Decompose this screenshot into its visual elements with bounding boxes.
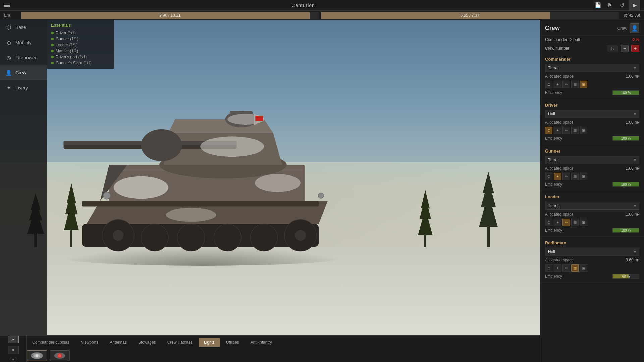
radioman-icon-4[interactable]: ▣ [580,264,587,272]
essentials-dot-4 [51,56,54,58]
gunner-position-wrapper: TurretHull ▼ [540,155,644,165]
gunner-position-select[interactable]: TurretHull [545,156,639,164]
sidebar-item-crew[interactable]: 👤 Crew [0,65,47,80]
radioman-icon-2[interactable]: ✏ [562,264,570,272]
crew-panel-title: Crew [545,25,560,32]
sidebar-item-livery[interactable]: ✦ Livery [0,80,47,96]
commander-allocated-row: Allocated space 1.00 m³ [540,73,644,80]
commander-section-title: Commander [540,55,644,63]
commander-icon-0[interactable]: ⊙ [545,81,552,88]
radioman-icon-1[interactable]: ✦ [554,264,561,272]
driver-icon-0[interactable]: ⊙ [545,127,552,134]
gunner-icon-4[interactable]: ▣ [580,173,587,180]
commander-icon-2[interactable]: ✏ [562,81,570,88]
sidebar-item-firepower[interactable]: ◎ Firepower [0,50,47,65]
hamburger-icon [4,3,10,8]
driver-icon-1[interactable]: ✦ [554,127,561,134]
commander-icon-4[interactable]: ▣ [580,81,587,88]
commander-icon-3[interactable]: ▦ [571,81,579,88]
svg-point-31 [318,193,324,198]
sidebar-item-base[interactable]: ⬡ Base [0,20,47,35]
loader-efficiency-label: Efficiency [545,228,562,233]
tab-content-item-1[interactable] [50,350,70,361]
driver-icon-3[interactable]: ▦ [571,127,579,134]
allocated-label-3: Allocated space [545,166,574,171]
essentials-title: Essentials [50,23,111,28]
flag-button[interactable]: ⚑ [605,1,614,10]
loader-position-select[interactable]: TurretHull [545,202,639,210]
driver-icon-2[interactable]: ✏ [562,127,570,134]
menu-button[interactable] [0,0,13,11]
svg-point-38 [58,354,61,357]
gunner-icon-2[interactable]: ✏ [562,173,570,180]
gunner-allocated-row: Allocated space 1.00 m³ [540,165,644,172]
loader-icons-row: ⊙ ✦ ✏ ▦ ▣ [540,218,644,227]
tab-crew-hatches[interactable]: Crew Hatches [162,338,198,347]
loader-icon-0[interactable]: ⊙ [545,219,552,226]
driver-allocated-val: 1.00 m³ [626,120,639,125]
top-actions: 💾 ⚑ ↺ ▶ [593,0,644,11]
gunner-icons-row: ⊙ ✦ ✏ ▦ ▣ [540,172,644,181]
loader-icon-1[interactable]: ✦ [554,219,561,226]
commander-efficiency-bar: 100 % [612,90,639,95]
driver-efficiency-val: 100 % [613,136,639,140]
allocated-label-4: Allocated space [545,212,574,217]
crew-number-plus[interactable]: + [631,45,639,52]
tool-circle-button[interactable]: ● [10,357,17,362]
essentials-item-0: Driver (1/1) [50,30,111,36]
tab-stowages[interactable]: Stowages [133,338,161,347]
crew-right-panel: Crew Crew 👤 Commander Debuff 0 % Crew nu… [540,20,644,362]
tab-commander-cupolas[interactable]: Commander cupolas [27,338,75,347]
tool-pen-button[interactable]: ✒ [8,346,19,354]
driver-icon-4[interactable]: ▣ [580,127,587,134]
sidebar-label-firepower: Firepower [15,55,36,60]
tab-anti-infantry[interactable]: Anti-infantry [245,338,277,347]
commander-icon-1[interactable]: ✦ [554,81,561,88]
loader-icon-4[interactable]: ▣ [580,219,587,226]
tab-utilities[interactable]: Utilities [221,338,245,347]
radioman-position-select[interactable]: HullTurret [545,248,639,256]
radioman-efficiency-bar: 60 % [612,274,639,279]
loader-allocated-val: 1.00 m³ [626,212,639,217]
gunner-section: Gunner TurretHull ▼ Allocated space 1.00… [540,145,644,191]
gunner-icon-0[interactable]: ⊙ [545,173,552,180]
allocated-label-5: Allocated space [545,258,574,262]
radioman-icon-0[interactable]: ⊙ [545,264,552,272]
tab-content-item-0[interactable] [27,350,47,361]
radioman-position-wrapper: HullTurret ▼ [540,247,644,257]
gunner-icon-3[interactable]: ▦ [571,173,579,180]
svg-rect-35 [31,355,33,356]
loader-icon-3[interactable]: ▦ [571,219,579,226]
sidebar-item-mobility[interactable]: ⊙ Mobility [0,35,47,50]
essentials-dot-2 [51,44,54,46]
tab-lights[interactable]: Lights [199,338,220,347]
essentials-item-3: Mantlet (1/1) [50,48,111,54]
essentials-label-2: Loader (1/1) [56,43,77,47]
tool-cut-button[interactable]: ✂ [8,336,19,343]
svg-point-24 [166,208,216,222]
gunner-efficiency-val: 100 % [613,182,639,186]
gunner-icon-1[interactable]: ✦ [554,173,561,180]
play-button[interactable]: ▶ [629,0,640,11]
driver-efficiency-bar: 100 % [612,136,639,141]
commander-efficiency-val: 100 % [613,90,639,95]
svg-point-23 [255,174,301,192]
refresh-button[interactable]: ↺ [617,1,627,10]
loader-icon-2[interactable]: ✏ [562,219,570,226]
driver-efficiency-label: Efficiency [545,136,562,141]
loader-allocated-row: Allocated space 1.00 m³ [540,211,644,218]
tab-antennas[interactable]: Antennas [104,338,132,347]
radioman-icon-3[interactable]: ▦ [571,264,579,272]
era-label: Era [0,13,20,18]
essentials-dot-3 [51,50,54,52]
tab-viewports[interactable]: Viewports [75,338,104,347]
save-button[interactable]: 💾 [593,1,602,10]
commander-position-select[interactable]: TurretHull [545,64,639,72]
essentials-item-5: Gunner's Sight (1/1) [50,60,111,66]
driver-position-select[interactable]: HullTurret [545,110,639,118]
stat-bar-2-text: 5.65 / 7.37 [460,13,479,18]
crew-number-minus[interactable]: − [621,45,629,52]
commander-icons-row: ⊙ ✦ ✏ ▦ ▣ [540,80,644,89]
svg-point-30 [103,192,111,199]
radioman-allocated-val: 0.60 m³ [626,258,639,262]
